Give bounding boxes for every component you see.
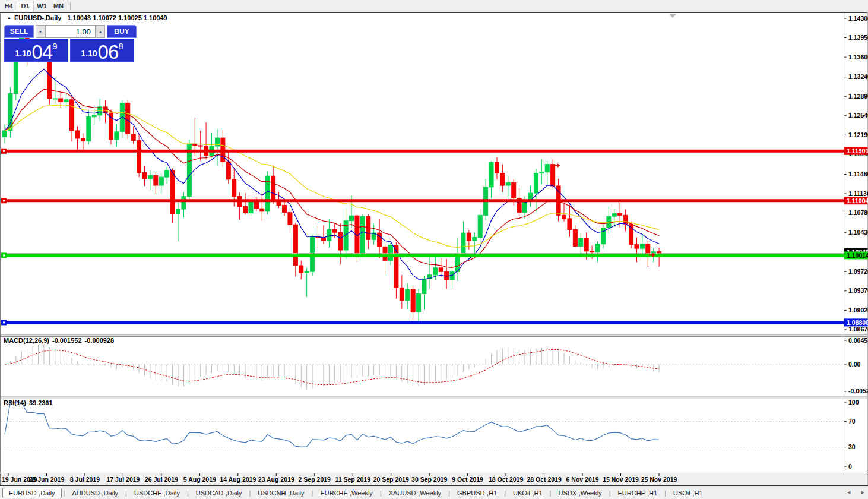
- svg-text:1.11130: 1.11130: [848, 190, 868, 197]
- timeframe-button-d1[interactable]: D1: [17, 1, 33, 11]
- date-axis: 19 Jun 201928 Jun 20198 Jul 201917 Jul 2…: [2, 473, 677, 483]
- sell-price-big: 04: [32, 45, 53, 60]
- tab-divider: |: [664, 489, 666, 497]
- chart-title: ▲EURUSD-,Daily1.10043 1.10072 1.10025 1.…: [7, 14, 167, 21]
- svg-text:28 Jun 2019: 28 Jun 2019: [29, 476, 65, 483]
- tab-divider: |: [125, 489, 127, 497]
- tab-scroll-nav: ◂ ▸: [847, 488, 864, 496]
- svg-text:17 Jul 2019: 17 Jul 2019: [106, 476, 140, 483]
- svg-text:0: 0: [848, 463, 852, 470]
- volume-input[interactable]: [45, 25, 96, 38]
- mt4-chart-window: { "toolbar": { "timeframes": [ {"label":…: [0, 0, 868, 499]
- chart-tab-eurchf-h1[interactable]: EURCHF-,H1: [611, 488, 664, 498]
- svg-text:30: 30: [848, 443, 856, 450]
- chart-tab-eurusd-daily[interactable]: EURUSD-,Daily: [2, 488, 62, 498]
- tab-scroll-right-icon[interactable]: ▸: [861, 488, 864, 496]
- tab-divider: |: [380, 489, 382, 497]
- buy-price-prefix: 1.10: [81, 49, 97, 58]
- svg-text:1.13600: 1.13600: [848, 53, 868, 61]
- svg-text:28 Oct 2019: 28 Oct 2019: [527, 476, 562, 483]
- svg-text:30 Sep 2019: 30 Sep 2019: [411, 476, 447, 483]
- buy-button[interactable]: BUY: [107, 25, 137, 38]
- svg-text:-0.005205: -0.005205: [848, 387, 868, 394]
- svg-text:14 Aug 2019: 14 Aug 2019: [220, 476, 256, 483]
- tab-scroll-left-icon[interactable]: ◂: [847, 488, 851, 496]
- svg-text:1.11004: 1.11004: [847, 197, 868, 204]
- svg-text:1.13240: 1.13240: [848, 73, 868, 80]
- chart-ohlc-values: 1.10043 1.10072 1.10025 1.10049: [67, 14, 167, 21]
- timeframe-button-mn[interactable]: MN: [50, 1, 66, 11]
- svg-text:0.00: 0.00: [848, 361, 861, 368]
- tab-divider: |: [187, 489, 189, 497]
- one-click-trading-panel: SELL ▼ ▲ BUY 1.10 04 9 1.10 06 8: [4, 25, 137, 62]
- volume-increase-button[interactable]: ▲: [96, 25, 105, 38]
- svg-text:1.09370: 1.09370: [848, 287, 868, 294]
- svg-text:1.10780: 1.10780: [848, 209, 868, 216]
- svg-text:8 Jul 2019: 8 Jul 2019: [70, 476, 100, 483]
- tab-divider: |: [550, 489, 552, 497]
- timeframe-toolbar: H4D1W1MN: [0, 0, 868, 12]
- chart-tab-gbpusd-h1[interactable]: GBPUSD-,H1: [451, 488, 503, 498]
- collapse-panel-icon[interactable]: ▲: [7, 15, 11, 20]
- svg-text:5 Aug 2019: 5 Aug 2019: [183, 476, 216, 483]
- volume-decrease-button[interactable]: ▼: [36, 25, 45, 38]
- svg-text:1.11480: 1.11480: [848, 170, 868, 178]
- chart-tab-usdchf-daily[interactable]: USDCHF-,Daily: [128, 488, 186, 498]
- buy-price-display[interactable]: 1.10 06 8: [70, 39, 134, 62]
- chart-canvas: 1.143001.139501.136001.132401.128901.125…: [0, 12, 868, 485]
- svg-text:18 Oct 2019: 18 Oct 2019: [489, 476, 524, 483]
- svg-text:1.11901: 1.11901: [847, 147, 868, 154]
- svg-text:1.14300: 1.14300: [848, 15, 868, 22]
- svg-text:9 Oct 2019: 9 Oct 2019: [452, 476, 483, 483]
- chart-tab-usoil-h1[interactable]: USOil-,H1: [667, 488, 709, 498]
- chart-tab-usdcad-daily[interactable]: USDCAD-,Daily: [189, 488, 249, 498]
- chart-tab-usdcnh-daily[interactable]: USDCNH-,Daily: [251, 488, 311, 498]
- tab-divider: |: [504, 489, 506, 497]
- svg-text:70: 70: [848, 418, 856, 425]
- svg-text:23 Aug 2019: 23 Aug 2019: [258, 476, 294, 483]
- tab-divider: |: [312, 489, 313, 497]
- chart-tab-xauusd-weekly[interactable]: XAUUSD-,Weekly: [382, 488, 448, 498]
- svg-text:0.004536: 0.004536: [848, 337, 868, 344]
- tab-divider: |: [448, 489, 450, 497]
- svg-text:1.13950: 1.13950: [848, 34, 868, 41]
- buy-price-big: 06: [98, 45, 119, 60]
- tab-divider: |: [609, 489, 611, 497]
- macd-label: MACD(12,26,9)-0.001552-0.000928: [4, 337, 114, 344]
- chart-tab-eurchf-weekly[interactable]: EURCHF-,Weekly: [313, 488, 379, 498]
- svg-text:1.09020: 1.09020: [848, 307, 868, 314]
- chart-tab-bar: EURUSD-,Daily|AUDUSD-,Daily|USDCHF-,Dail…: [0, 485, 868, 499]
- chart-symbol-label: EURUSD-,Daily: [14, 14, 61, 21]
- svg-text:1.12190: 1.12190: [848, 131, 868, 138]
- svg-text:1.10430: 1.10430: [848, 229, 868, 236]
- sell-price-sup: 9: [52, 41, 57, 51]
- svg-text:100: 100: [848, 399, 859, 406]
- svg-text:15 Nov 2019: 15 Nov 2019: [603, 476, 639, 483]
- svg-text:25 Nov 2019: 25 Nov 2019: [641, 476, 677, 483]
- sell-price-prefix: 1.10: [15, 49, 31, 58]
- svg-text:20 Sep 2019: 20 Sep 2019: [373, 476, 409, 483]
- svg-text:11 Sep 2019: 11 Sep 2019: [335, 476, 370, 483]
- svg-text:26 Jul 2019: 26 Jul 2019: [145, 476, 178, 483]
- tab-divider: |: [249, 489, 251, 497]
- svg-text:1.08800: 1.08800: [847, 319, 868, 326]
- svg-text:1.09720: 1.09720: [848, 268, 868, 275]
- rsi-label: RSI(14)39.2361: [4, 399, 53, 406]
- chart-tab-usdx-weekly[interactable]: USDX-,Weekly: [552, 488, 608, 498]
- chart-tab-audusd-daily[interactable]: AUDUSD-,Daily: [65, 488, 125, 498]
- toolbar-separator: [70, 2, 71, 10]
- svg-text:1.12540: 1.12540: [848, 112, 868, 119]
- timeframe-button-h4[interactable]: H4: [1, 1, 17, 11]
- svg-text:1.12890: 1.12890: [848, 93, 868, 100]
- timeframe-button-w1[interactable]: W1: [34, 1, 50, 11]
- buy-price-sup: 8: [118, 41, 123, 51]
- sell-price-display[interactable]: 1.10 04 9: [4, 39, 68, 62]
- tab-divider: |: [64, 489, 65, 497]
- svg-text:6 Nov 2019: 6 Nov 2019: [566, 476, 599, 483]
- sell-button[interactable]: SELL: [4, 25, 34, 38]
- svg-text:1.08670: 1.08670: [848, 326, 868, 333]
- svg-text:2 Sep 2019: 2 Sep 2019: [299, 476, 331, 483]
- chart-tab-ukoil-h1[interactable]: UKOil-,H1: [506, 488, 549, 498]
- svg-text:1.10014: 1.10014: [847, 252, 868, 259]
